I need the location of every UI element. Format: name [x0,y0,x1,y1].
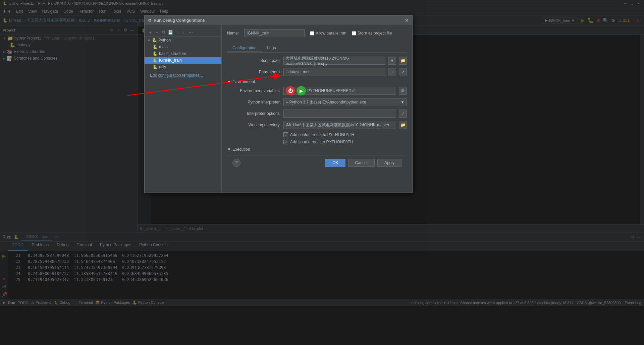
working-dir-input[interactable] [283,121,396,129]
parameters-input[interactable] [283,68,385,76]
working-dir-browse-btn[interactable]: 📁 [399,121,407,129]
interpreter-options-input[interactable] [283,110,396,118]
python-interpreter-dropdown[interactable]: ● Python 3.7 (base) E:\Anaconda\python.e… [283,98,407,106]
problems-tab-status[interactable]: ⚠ Problems [31,300,51,305]
env-vars-input[interactable]: ⏻ ▶ PYTHONUNBUFFERED=1 [283,87,396,95]
close-btn[interactable]: ✕ [636,1,641,6]
add-content-roots-checkbox[interactable]: ✓ [283,132,288,137]
sidebar-settings-btn[interactable]: ⚙ [122,27,128,33]
remove-config-btn[interactable]: − [154,29,160,35]
stop-btn[interactable]: ■ [597,17,600,23]
tree-item-project[interactable]: ▼ 📁 pythonProject1 F:\matlab file\python… [0,35,137,42]
menu-code[interactable]: Code [61,8,76,14]
run-restart-btn[interactable]: ▶ [1,253,7,259]
parameters-fullscreen-btn[interactable]: ⤢ [399,68,407,76]
run-config-selector[interactable]: ▶ IGNNK_train ▼ [542,17,578,23]
breadcrumb-item-2[interactable]: 中国某大区域电网潮流数据 [26,17,75,23]
sidebar-collapse-btn[interactable]: ≡ [116,27,121,33]
run-pin-btn[interactable]: 📌 [1,291,7,297]
tab-todo[interactable]: TODO [8,242,28,251]
copy-config-btn[interactable]: ⧉ [161,29,167,35]
settings-btn[interactable]: ⚙ [611,18,615,23]
dialog-tree-basic[interactable]: 🐍 basic_structure [145,50,221,57]
move-up-config-btn[interactable]: ↑ [174,29,180,35]
minimize-btn[interactable]: ─ [623,1,628,6]
more-config-btn[interactable]: ⋯ [187,29,194,35]
sidebar-sync-btn[interactable]: ⊙ [109,27,114,33]
dialog-close-icon[interactable]: ✕ [405,18,409,23]
run-scroll-down-btn[interactable]: ↓ [1,268,7,274]
menu-tools[interactable]: Tools [109,8,124,14]
tree-item-main[interactable]: 🐍 main.py [0,42,137,48]
name-input[interactable] [244,29,305,37]
apply-button[interactable]: Apply [377,159,401,167]
env-vars-browse-btn[interactable]: ⧉ [399,87,407,95]
execution-title[interactable]: ▼ Execution [227,147,407,152]
tab-terminal[interactable]: Terminal [73,242,96,251]
allow-parallel-checkbox[interactable] [310,31,314,36]
dialog-tree-utils[interactable]: 🐍 utils [145,64,221,70]
parameters-expand-btn[interactable]: + [388,68,396,76]
breadcrumb-item-4[interactable]: IGNNK-master [94,18,120,23]
tab-configuration[interactable]: Configuration [227,44,262,52]
debug-btn[interactable]: 🐛 [587,17,594,23]
tree-item-scratches[interactable]: ▶ 📝 Scratches and Consoles [0,55,137,62]
dialog-tree-ignnk[interactable]: 🐍 IGNNK_train [145,57,221,64]
script-path-dropdown-btn[interactable]: ▼ [388,57,396,65]
ok-button[interactable]: OK [325,159,345,167]
cancel-button[interactable]: Cancel [348,159,375,167]
python-packages-tab-status[interactable]: 📦 Python Packages [95,300,130,305]
search-btn[interactable]: 🔍 [603,18,608,23]
maximize-btn[interactable]: □ [629,1,635,6]
run-hide-btn[interactable]: — [637,235,641,239]
todo-tab-status[interactable]: TODO [18,301,29,305]
menu-help[interactable]: Help [157,8,171,14]
interpreter-options-expand-btn[interactable]: ⤢ [399,110,407,118]
debug-tab-status[interactable]: 🐛 Debug [54,300,70,305]
nav-actions: ▶ IGNNK_train ▼ ▶ 🐛 ■ 🔍 ⚙ ⚠ 251 ✓ 67 [542,17,641,23]
run-settings-btn[interactable]: ⚙ [631,235,635,239]
run-stop-btn[interactable]: ■ [1,276,7,282]
add-source-roots-checkbox[interactable]: ✓ [283,140,288,144]
python-interpreter-dropdown-icon: ▼ [400,100,405,105]
save-config-btn[interactable]: 💾 [167,29,173,35]
python-console-tab-status[interactable]: 🐍 Python Console [132,300,164,305]
menu-vcs[interactable]: VCS [124,8,138,14]
run-tab-close[interactable]: ✕ [55,235,58,239]
tab-debug[interactable]: Debug [53,242,72,251]
environment-title[interactable]: ▼ Environment [227,79,407,84]
tab-problems[interactable]: Problems [28,242,53,251]
menu-refactor[interactable]: Refactor [76,8,96,14]
menu-edit[interactable]: Edit [13,8,25,14]
terminal-tab-status[interactable]: ⬛ Terminal [73,300,93,305]
add-config-btn[interactable]: + [147,29,153,35]
sidebar-hide-btn[interactable]: — [129,27,135,33]
tab-python-packages[interactable]: Python Packages [96,242,135,251]
run-scroll-up-btn[interactable]: ↑ [1,260,7,267]
move-down-config-btn[interactable]: ↓ [181,29,187,35]
run-btn[interactable]: ▶ [581,17,585,23]
run-wrap-btn[interactable]: ⏎ [1,283,7,290]
scrollbar[interactable] [640,35,644,224]
interpreter-options-label: Interpreter options: [227,111,281,116]
script-path-input[interactable]: 大区域电网潮流数据\ts10 2\IGNNK-master\IGNNK_trai… [283,57,385,65]
script-path-browse-btn[interactable]: 📁 [399,57,407,65]
dialog-tree-main[interactable]: 🐍 main [145,44,221,50]
breadcrumb-item-3[interactable]: ts10 2 [79,18,90,23]
menu-file[interactable]: File [1,8,13,14]
edit-config-templates-link[interactable]: Edit configuration templates... [147,72,206,79]
menu-navigate[interactable]: Navigate [40,8,61,14]
store-as-project-checkbox[interactable] [352,31,356,36]
breadcrumb-item-1[interactable]: Mr-Han [9,18,22,23]
event-log-btn[interactable]: Event Log [625,301,641,305]
tab-python-console[interactable]: Python Console [135,242,172,251]
tab-logs[interactable]: Logs [262,44,281,52]
run-tab-ignnk[interactable]: IGNNK_train [21,234,52,240]
menu-window[interactable]: Window [138,8,157,14]
dialog-tree-python[interactable]: ▼ 🐍 Python [145,37,221,44]
menu-view[interactable]: View [25,8,40,14]
help-button[interactable]: ? [232,159,240,167]
menu-run[interactable]: Run [96,8,109,14]
tree-item-external-libs[interactable]: ▶ 📚 External Libraries [0,48,137,55]
run-play-icon[interactable]: ▶ [3,300,5,305]
